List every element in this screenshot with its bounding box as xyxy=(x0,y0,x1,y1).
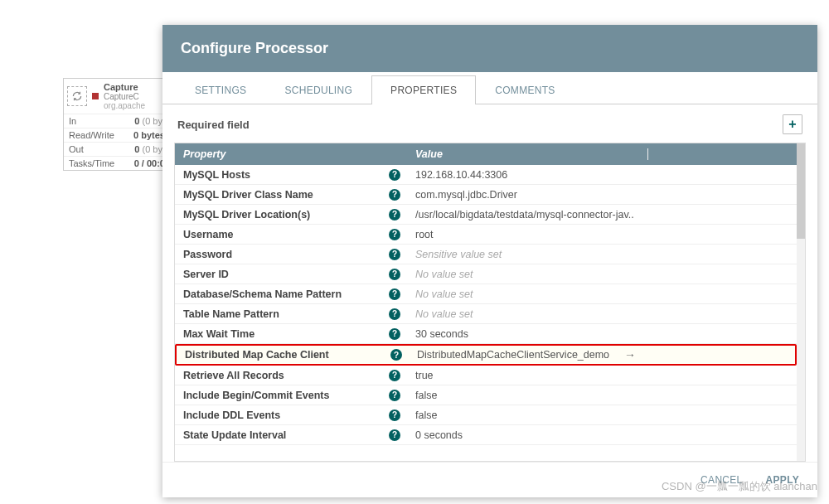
stat-row: Read/Write0 bytes xyxy=(64,128,170,142)
tab-comments[interactable]: COMMENTS xyxy=(476,75,574,104)
processor-type: CaptureC xyxy=(104,92,145,101)
property-name: Distributed Map Cache Client xyxy=(185,349,329,361)
property-name: Include Begin/Commit Events xyxy=(183,390,329,401)
help-icon[interactable]: ? xyxy=(389,209,400,220)
cancel-button[interactable]: CANCEL xyxy=(701,474,742,486)
processor-card[interactable]: Capture CaptureC org.apache In0 (0 bytRe… xyxy=(63,78,171,171)
property-value[interactable]: DistributedMapCacheClientService_demo→ xyxy=(409,348,646,361)
table-row[interactable]: Username?root xyxy=(175,225,797,245)
help-icon[interactable]: ? xyxy=(389,189,400,201)
stat-row: Out0 (0 byt xyxy=(64,142,170,156)
property-value[interactable]: 0 seconds xyxy=(407,429,647,441)
table-row[interactable]: Include Begin/Commit Events?false xyxy=(175,385,797,405)
property-value[interactable]: No value set xyxy=(407,308,647,320)
property-name: Password xyxy=(183,249,232,260)
property-value[interactable]: No value set xyxy=(407,269,647,280)
table-row[interactable]: MySQL Driver Class Name?com.mysql.jdbc.D… xyxy=(175,185,797,205)
processor-header: Capture CaptureC org.apache xyxy=(64,79,170,114)
help-icon[interactable]: ? xyxy=(389,288,400,300)
table-row[interactable]: Database/Schema Name Pattern?No value se… xyxy=(175,284,797,304)
help-icon[interactable]: ? xyxy=(389,269,400,280)
table-row[interactable]: Distributed Map Cache Client?Distributed… xyxy=(175,344,797,366)
tab-bar: SETTINGSSCHEDULINGPROPERTIESCOMMENTS xyxy=(162,75,817,104)
stopped-icon xyxy=(92,93,99,99)
dialog-title: Configure Processor xyxy=(162,25,817,72)
property-value[interactable]: /usr/local/bigdata/testdata/mysql-connec… xyxy=(407,209,647,220)
scrollbar[interactable] xyxy=(797,143,805,461)
property-name: Table Name Pattern xyxy=(183,308,279,320)
property-value[interactable]: com.mysql.jdbc.Driver xyxy=(407,189,647,201)
configure-processor-dialog: Configure Processor SETTINGSSCHEDULINGPR… xyxy=(162,25,817,497)
tab-scheduling[interactable]: SCHEDULING xyxy=(265,75,371,104)
help-icon[interactable]: ? xyxy=(389,229,400,240)
table-row[interactable]: MySQL Hosts?192.168.10.44:3306 xyxy=(175,165,797,185)
add-property-button[interactable]: + xyxy=(783,114,802,134)
help-icon[interactable]: ? xyxy=(389,169,400,181)
goto-service-icon[interactable]: → xyxy=(621,348,639,361)
property-name: MySQL Driver Class Name xyxy=(183,189,313,201)
property-value[interactable]: No value set xyxy=(407,288,647,300)
help-icon[interactable]: ? xyxy=(389,308,400,320)
processor-app: org.apache xyxy=(104,101,145,110)
property-value[interactable]: false xyxy=(407,390,647,401)
table-row[interactable]: Table Name Pattern?No value set xyxy=(175,304,797,324)
property-value[interactable]: true xyxy=(407,370,647,381)
property-name: Server ID xyxy=(183,269,229,280)
help-icon[interactable]: ? xyxy=(389,328,400,340)
table-body: MySQL Hosts?192.168.10.44:3306MySQL Driv… xyxy=(175,165,797,445)
property-name: Retrieve All Records xyxy=(183,370,284,381)
table-row[interactable]: Retrieve All Records?true xyxy=(175,366,797,385)
property-value[interactable]: false xyxy=(407,410,647,421)
property-name: Max Wait Time xyxy=(183,328,255,340)
table-row[interactable]: MySQL Driver Location(s)?/usr/local/bigd… xyxy=(175,205,797,225)
help-icon[interactable]: ? xyxy=(389,370,400,381)
tab-settings[interactable]: SETTINGS xyxy=(176,75,265,104)
property-name: State Update Interval xyxy=(183,429,286,441)
property-name: MySQL Driver Location(s) xyxy=(183,209,310,220)
column-header-property: Property xyxy=(175,148,407,160)
tab-properties[interactable]: PROPERTIES xyxy=(371,75,476,104)
processor-stats: In0 (0 bytRead/Write0 bytesOut0 (0 bytTa… xyxy=(64,114,170,170)
help-icon[interactable]: ? xyxy=(389,249,400,260)
property-value[interactable]: root xyxy=(407,229,647,240)
help-icon[interactable]: ? xyxy=(389,429,400,441)
property-name: Include DDL Events xyxy=(183,410,280,421)
help-icon[interactable]: ? xyxy=(390,349,402,361)
property-name: Username xyxy=(183,229,233,240)
help-icon[interactable]: ? xyxy=(389,390,400,401)
properties-table: Property Value MySQL Hosts?192.168.10.44… xyxy=(174,143,806,462)
stat-row: Tasks/Time0 / 00:0 xyxy=(64,156,170,170)
table-row[interactable]: Server ID?No value set xyxy=(175,264,797,284)
table-header: Property Value xyxy=(175,143,797,165)
column-header-value: Value xyxy=(407,148,647,160)
processor-name: Capture xyxy=(104,82,145,92)
property-value[interactable]: Sensitive value set xyxy=(407,249,647,260)
refresh-icon xyxy=(67,86,87,106)
help-icon[interactable]: ? xyxy=(389,410,400,421)
apply-button[interactable]: APPLY xyxy=(766,474,799,486)
property-value[interactable]: 30 seconds xyxy=(407,328,647,340)
property-name: Database/Schema Name Pattern xyxy=(183,288,342,300)
stat-row: In0 (0 byt xyxy=(64,114,170,128)
table-row[interactable]: Max Wait Time?30 seconds xyxy=(175,324,797,344)
property-name: MySQL Hosts xyxy=(183,169,250,181)
table-row[interactable]: Password?Sensitive value set xyxy=(175,245,797,264)
table-row[interactable]: Include DDL Events?false xyxy=(175,405,797,425)
required-field-label: Required field xyxy=(177,119,250,131)
property-value[interactable]: 192.168.10.44:3306 xyxy=(407,169,647,181)
table-row[interactable]: State Update Interval?0 seconds xyxy=(175,425,797,445)
